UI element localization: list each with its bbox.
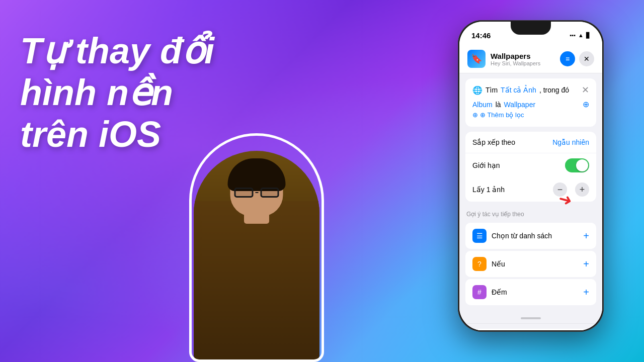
status-bar: 14:46 ▪▪▪ ▲ ▊ <box>459 22 602 44</box>
suggestion-icon-2: ? <box>472 257 487 271</box>
limit-row: Giới hạn <box>465 153 596 177</box>
header-buttons: ≡ ✕ <box>560 51 594 66</box>
wifi-icon: ▲ <box>578 32 584 38</box>
is-label: là <box>496 101 501 109</box>
limit-label: Giới hạn <box>472 161 500 169</box>
add-filter-label: ⊕ Thêm bộ lọc <box>480 111 524 119</box>
wallpaper-tag[interactable]: Wallpaper <box>504 101 536 109</box>
app-icon: 🔖 <box>467 50 486 68</box>
app-title-area: Wallpapers Hey Siri, Wallpapers <box>491 52 540 66</box>
battery-icon: ▊ <box>586 32 590 39</box>
suggestion-left-1: ☰ Chọn từ danh sách <box>472 229 552 243</box>
title-line1: Tự thay đổi <box>20 30 214 72</box>
title-line2: hình nền <box>20 72 214 114</box>
search-bar[interactable]: 🔍 Tìm kiếm ứng dụng và tác vụ <box>465 329 596 330</box>
plus-icon: + <box>580 185 585 195</box>
suggestion-icon-1: ☰ <box>472 229 487 243</box>
close-icon: ✕ <box>584 55 590 63</box>
status-icons: ▪▪▪ ▲ ▊ <box>570 32 590 39</box>
sort-label: Sắp xếp theo <box>472 138 515 146</box>
sort-card: Sắp xếp theo Ngẫu nhiên Giới hạn Lấy 1 ả… <box>465 132 596 202</box>
suggestion-plus-1[interactable]: + <box>583 230 589 242</box>
sort-value: Ngẫu nhiên <box>552 138 589 146</box>
plus-button[interactable]: + <box>575 183 589 197</box>
expand-icon[interactable]: ⊕ <box>583 100 589 109</box>
filter-row2: Album là Wallpaper ⊕ <box>472 100 589 109</box>
add-filter-icon: ⊕ <box>472 111 478 119</box>
globe-icon: 🌐 <box>472 85 482 95</box>
shortcut-content: 🌐 Tìm Tất cả Ảnh , trong đó ✕ Album là W… <box>459 73 602 330</box>
add-filter-btn[interactable]: ⊕ ⊕ Thêm bộ lọc <box>472 109 589 121</box>
suggestion-choose-list[interactable]: ☰ Chọn từ danh sách + <box>465 223 596 249</box>
limit-toggle[interactable] <box>565 158 589 172</box>
suggestion-text-2: Nếu <box>492 260 505 268</box>
menu-button[interactable]: ≡ <box>560 51 575 66</box>
app-icon-area: 🔖 Wallpapers Hey Siri, Wallpapers <box>467 50 540 68</box>
count-label: Lấy 1 ảnh <box>472 186 505 194</box>
close-button[interactable]: ✕ <box>579 51 594 66</box>
phone-screen: 14:46 ▪▪▪ ▲ ▊ 🔖 Wallpapers Hey Siri, Wal… <box>459 22 602 330</box>
suggestion-plus-2[interactable]: + <box>583 258 589 270</box>
filter-close-btn[interactable]: ✕ <box>582 84 589 96</box>
suggestion-plus-3[interactable]: + <box>583 287 589 298</box>
suggestion-left-2: ? Nếu <box>472 257 505 271</box>
notch <box>511 22 551 35</box>
app-header: 🔖 Wallpapers Hey Siri, Wallpapers ≡ ✕ <box>459 44 602 73</box>
filter-row1: 🌐 Tìm Tất cả Ảnh , trong đó ✕ <box>472 84 589 96</box>
toggle-knob <box>576 159 588 171</box>
app-title: Wallpapers <box>491 52 540 60</box>
app-subtitle: Hey Siri, Wallpapers <box>491 60 540 66</box>
filter-card: 🌐 Tìm Tất cả Ảnh , trong đó ✕ Album là W… <box>465 78 596 127</box>
sort-row[interactable]: Sắp xếp theo Ngẫu nhiên <box>465 132 596 153</box>
status-time: 14:46 <box>471 31 491 40</box>
person-image <box>176 111 337 362</box>
phone-device: 14:46 ▪▪▪ ▲ ▊ 🔖 Wallpapers Hey Siri, Wal… <box>458 20 604 332</box>
menu-icon: ≡ <box>566 55 570 63</box>
search-area: 🔍 Tìm kiếm ứng dụng và tác vụ <box>459 323 602 330</box>
suggestion-count[interactable]: # Đếm + <box>465 279 596 305</box>
album-tag[interactable]: Album <box>472 101 493 109</box>
drag-handle <box>521 317 541 319</box>
suggestion-left-3: # Đếm <box>472 285 507 299</box>
suggestion-if[interactable]: ? Nếu + <box>465 251 596 277</box>
phone-outer: 14:46 ▪▪▪ ▲ ▊ 🔖 Wallpapers Hey Siri, Wal… <box>458 20 604 332</box>
count-row: Lấy 1 ảnh − + <box>465 177 596 202</box>
all-photos-tag[interactable]: Tất cả Ảnh <box>501 86 536 94</box>
find-label: Tìm <box>486 86 498 94</box>
suggestion-text-3: Đếm <box>492 288 507 296</box>
suggestion-text-1: Chọn từ danh sách <box>492 232 552 240</box>
suggestions-header: Gợi ý tác vụ tiếp theo <box>459 205 602 221</box>
suggestion-icon-3: # <box>472 285 487 299</box>
signal-icon: ▪▪▪ <box>570 32 576 38</box>
in-label: , trong đó <box>539 86 569 94</box>
